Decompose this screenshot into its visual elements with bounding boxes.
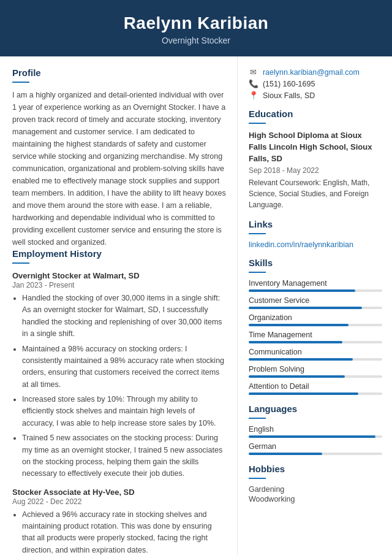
skill-bar-bg <box>249 289 382 292</box>
skill-bar-bg <box>249 307 382 309</box>
skill-item: Attention to Detail <box>249 382 382 395</box>
email-icon: ✉ <box>249 67 258 77</box>
location-text: Sioux Falls, SD <box>263 91 315 100</box>
edu-0-dates: Sep 2018 - May 2022 <box>249 166 382 175</box>
employment-title: Employment History <box>12 248 226 259</box>
job-0-dates: Jan 2023 - Present <box>12 281 226 289</box>
contact-email: ✉ raelynn.karibian@gmail.com <box>249 67 382 77</box>
contact-phone: 📞 (151) 160-1695 <box>249 79 382 88</box>
language-bar-bg <box>249 435 382 438</box>
skill-name: Time Management <box>249 331 382 339</box>
body: Profile I am a highly organized and deta… <box>0 56 392 555</box>
list-item: Maintained a 98% accuracy on stocking or… <box>22 343 226 391</box>
list-item: Increased store sales by 10%: Through my… <box>22 394 226 429</box>
edu-0-coursework: Relevant Coursework: English, Math, Scie… <box>249 177 382 210</box>
skills-list: Inventory Management Customer Service Or… <box>249 279 382 395</box>
skill-item: Time Management <box>249 331 382 343</box>
employment-section: Employment History Overnight Stocker at … <box>12 248 226 555</box>
employment-divider <box>12 262 29 264</box>
language-item: German <box>249 442 382 455</box>
profile-text: I am a highly organized and detail-orien… <box>12 89 226 248</box>
profile-title: Profile <box>12 67 226 78</box>
skill-bar-bg <box>249 324 382 326</box>
phone-icon: 📞 <box>249 79 258 88</box>
hobbies-section: Hobbies GardeningWoodworking <box>249 464 382 503</box>
language-name: German <box>249 442 382 451</box>
skill-bar-fill <box>249 341 342 343</box>
skill-name: Inventory Management <box>249 279 382 288</box>
candidate-role: Overnight Stocker <box>12 36 380 45</box>
right-column: ✉ raelynn.karibian@gmail.com 📞 (151) 160… <box>238 56 392 555</box>
hobbies-list: GardeningWoodworking <box>249 485 382 503</box>
skill-name: Communication <box>249 348 382 356</box>
job-1-title: Stocker Associate at Hy-Vee, SD <box>12 488 226 497</box>
education-title: Education <box>249 109 382 119</box>
edu-0-degree: High School Diploma at Sioux Falls Linco… <box>249 130 382 165</box>
skill-bar-fill <box>249 358 353 361</box>
job-1: Stocker Associate at Hy-Vee, SD Aug 2022… <box>12 488 226 555</box>
language-bar-fill <box>249 453 322 455</box>
languages-divider <box>249 418 266 419</box>
list-item: Handled the stocking of over 30,000 item… <box>22 293 226 340</box>
links-divider <box>249 233 266 234</box>
skill-item: Communication <box>249 348 382 361</box>
skills-title: Skills <box>249 258 382 268</box>
list-item: Trained 5 new associates on the stocking… <box>22 432 226 480</box>
job-0-bullets: Handled the stocking of over 30,000 item… <box>12 293 226 480</box>
skill-bar-bg <box>249 341 382 343</box>
skill-item: Problem Solving <box>249 365 382 378</box>
hobby-item: Gardening <box>249 485 382 494</box>
skill-bar-fill <box>249 324 349 326</box>
language-item: English <box>249 425 382 438</box>
links-title: Links <box>249 219 382 229</box>
location-icon: 📍 <box>249 91 258 100</box>
language-bar-fill <box>249 435 375 438</box>
job-1-dates: Aug 2022 - Dec 2022 <box>12 497 226 506</box>
skill-name: Problem Solving <box>249 365 382 373</box>
languages-title: Languages <box>249 404 382 414</box>
job-0: Overnight Stocker at Walmart, SD Jan 202… <box>12 271 226 480</box>
language-name: English <box>249 425 382 434</box>
skill-item: Organization <box>249 313 382 326</box>
skills-section: Skills Inventory Management Customer Ser… <box>249 258 382 395</box>
phone-number: (151) 160-1695 <box>263 80 315 88</box>
skill-bar-bg <box>249 392 382 395</box>
hobby-item: Woodworking <box>249 495 382 503</box>
profile-divider <box>12 82 29 83</box>
education-divider <box>249 123 266 124</box>
email-link[interactable]: raelynn.karibian@gmail.com <box>263 68 360 77</box>
skill-bar-fill <box>249 392 358 395</box>
skill-item: Inventory Management <box>249 279 382 292</box>
education-section: Education High School Diploma at Sioux F… <box>249 109 382 210</box>
skill-bar-fill <box>249 375 345 378</box>
languages-list: English German <box>249 425 382 455</box>
hobbies-divider <box>249 478 266 479</box>
candidate-name: Raelynn Karibian <box>12 13 380 33</box>
linkedin-link[interactable]: linkedin.com/in/raelynnkaribian <box>249 240 382 249</box>
skill-name: Attention to Detail <box>249 382 382 391</box>
header: Raelynn Karibian Overnight Stocker <box>0 0 392 56</box>
skill-bar-fill <box>249 307 362 309</box>
contact-section: ✉ raelynn.karibian@gmail.com 📞 (151) 160… <box>249 67 382 100</box>
job-1-bullets: Achieved a 96% accuracy rate in stocking… <box>12 509 226 555</box>
list-item: Achieved a 96% accuracy rate in stocking… <box>22 509 226 555</box>
skill-bar-fill <box>249 289 355 292</box>
skill-item: Customer Service <box>249 296 382 309</box>
links-section: Links linkedin.com/in/raelynnkaribian <box>249 219 382 249</box>
profile-section: Profile I am a highly organized and deta… <box>12 67 226 248</box>
skill-bar-bg <box>249 375 382 378</box>
languages-section: Languages English German <box>249 404 382 455</box>
hobbies-title: Hobbies <box>249 464 382 474</box>
job-0-title: Overnight Stocker at Walmart, SD <box>12 271 226 280</box>
skill-name: Customer Service <box>249 296 382 305</box>
language-bar-bg <box>249 453 382 455</box>
contact-location: 📍 Sioux Falls, SD <box>249 91 382 100</box>
left-column: Profile I am a highly organized and deta… <box>0 56 238 555</box>
skill-bar-bg <box>249 358 382 361</box>
skills-divider <box>249 272 266 273</box>
skill-name: Organization <box>249 313 382 322</box>
